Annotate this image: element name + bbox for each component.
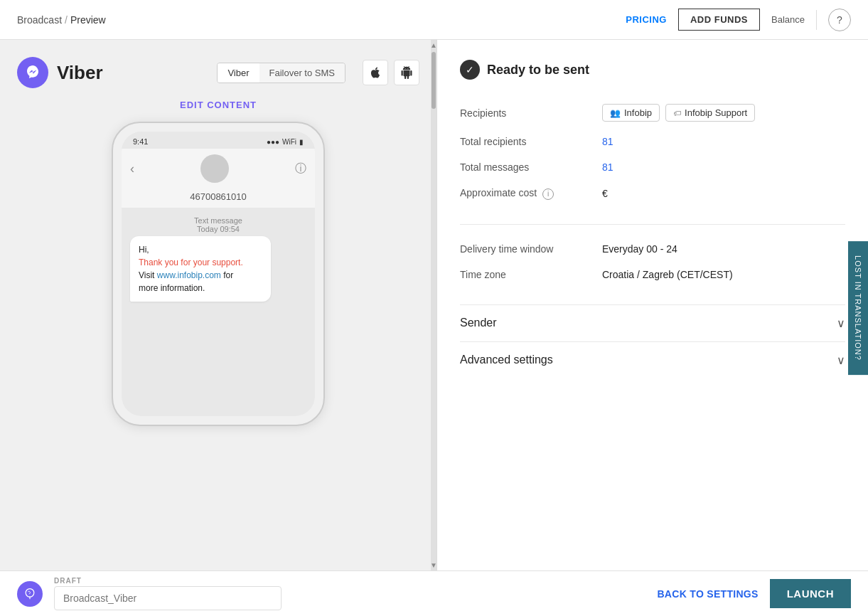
advanced-settings-chevron-icon: ∨: [837, 354, 845, 367]
phone-contact-avatar: [200, 154, 229, 183]
balance-label: Balance: [771, 14, 805, 25]
phone-status-bar: 9:41 ●●● WiFi ▮: [122, 132, 315, 149]
viber-header: Viber Viber Failover to SMS: [17, 57, 419, 88]
scroll-thumb: [432, 52, 436, 109]
approx-cost-row: Approximate cost i €: [460, 180, 845, 207]
total-messages-value: 81: [602, 161, 614, 173]
breadcrumb-broadcast[interactable]: Broadcast: [17, 14, 62, 26]
timezone-label: Time zone: [460, 262, 602, 287]
signal-icon: ●●●: [267, 138, 279, 146]
label-icon: 🏷: [673, 109, 681, 117]
ready-badge: ✓ Ready to be sent: [460, 60, 845, 80]
total-messages-row: Total messages 81: [460, 154, 845, 180]
approx-cost-label: Approximate cost i: [460, 180, 602, 207]
phone-time: 9:41: [133, 137, 148, 146]
sender-chevron-icon: ∨: [837, 317, 845, 330]
advanced-settings-section[interactable]: Advanced settings ∨: [460, 341, 845, 378]
phone-status-icons: ●●● WiFi ▮: [267, 138, 304, 146]
phone-back-icon: ‹: [130, 161, 134, 176]
tag-infobip-label: Infobip: [624, 107, 652, 118]
platform-icons: [363, 60, 419, 85]
question-mark-icon: ?: [837, 14, 842, 26]
android-platform-icon[interactable]: [394, 60, 419, 85]
left-scroll-area: Viber Viber Failover to SMS: [0, 40, 436, 570]
wifi-icon: WiFi: [282, 138, 296, 146]
scroll-bar[interactable]: ▲ ▼: [431, 40, 436, 570]
tag-infobip-support[interactable]: 🏷 Infobip Support: [665, 104, 755, 122]
apple-icon: [369, 66, 382, 79]
tab-viber[interactable]: Viber: [218, 63, 259, 83]
edit-content-link[interactable]: EDIT CONTENT: [180, 100, 257, 110]
viber-logo-icon: [24, 64, 41, 81]
viber-icon-small: [23, 587, 37, 601]
phone-mockup: 9:41 ●●● WiFi ▮ ‹ ⓘ 46700861010: [112, 122, 325, 426]
advanced-settings-title: Advanced settings: [460, 354, 553, 366]
top-navigation: Broadcast / Preview PRICING ADD FUNDS Ba…: [0, 0, 868, 40]
timezone-row: Time zone Croatia / Zagreb (CET/CEST): [460, 262, 845, 287]
breadcrumb-preview: Preview: [70, 14, 106, 26]
draft-label: DRAFT: [54, 577, 282, 585]
phone-info-icon: ⓘ: [295, 161, 306, 176]
battery-icon: ▮: [299, 138, 304, 146]
ready-text: Ready to be sent: [487, 63, 589, 78]
recipients-label: Recipients: [460, 97, 602, 129]
divider-1: [460, 224, 845, 225]
phone-nav-bar: ‹ ⓘ: [122, 149, 315, 188]
delivery-window-label: Delivery time window: [460, 236, 602, 262]
main-layout: Viber Viber Failover to SMS: [0, 40, 868, 570]
viber-tab-switcher[interactable]: Viber Failover to SMS: [217, 63, 345, 83]
total-recipients-label: Total recipients: [460, 129, 602, 154]
scroll-up-arrow[interactable]: ▲: [430, 41, 437, 49]
lost-in-translation-panel[interactable]: LOST IN TRANSLATION?: [848, 241, 868, 375]
approx-cost-value: €: [602, 188, 608, 199]
phone-chat-area: Text message Today 09:54 Hi, Thank you f…: [122, 208, 315, 350]
people-icon: 👥: [610, 108, 621, 118]
message-bubble: Hi, Thank you for your support. Visit ww…: [130, 236, 271, 302]
help-icon-button[interactable]: ?: [828, 9, 851, 31]
nav-divider: [816, 10, 817, 30]
total-messages-label: Total messages: [460, 154, 602, 180]
android-icon: [400, 66, 413, 79]
ios-platform-icon[interactable]: [363, 60, 388, 85]
recipients-value: 👥 Infobip 🏷 Infobip Support: [602, 97, 845, 129]
recipient-tags: 👥 Infobip 🏷 Infobip Support: [602, 104, 845, 122]
message-line-4: more information.: [139, 282, 262, 294]
left-panel: Viber Viber Failover to SMS: [0, 40, 437, 570]
ready-check-icon: ✓: [460, 60, 480, 80]
message-line-2: Thank you for your support.: [139, 256, 262, 269]
delivery-window-value: Everyday 00 - 24: [602, 236, 845, 262]
schedule-table: Delivery time window Everyday 00 - 24 Ti…: [460, 236, 845, 287]
delivery-window-row: Delivery time window Everyday 00 - 24: [460, 236, 845, 262]
timezone-value: Croatia / Zagreb (CET/CEST): [602, 262, 845, 287]
draft-section: DRAFT: [54, 577, 282, 610]
add-funds-button[interactable]: ADD FUNDS: [678, 9, 760, 31]
info-table: Recipients 👥 Infobip 🏷 Infobip Support: [460, 97, 845, 207]
launch-button[interactable]: LAUNCH: [770, 579, 851, 608]
lost-translation-text: LOST IN TRANSLATION?: [854, 255, 862, 361]
tab-failover-sms[interactable]: Failover to SMS: [259, 63, 345, 83]
draft-viber-icon: [17, 581, 43, 607]
breadcrumb: Broadcast / Preview: [17, 14, 614, 26]
phone-number: 46700861010: [122, 188, 315, 208]
sender-section[interactable]: Sender ∨: [460, 304, 845, 341]
message-line-3: Visit www.infobip.com for: [139, 269, 262, 282]
pricing-link[interactable]: PRICING: [626, 14, 667, 25]
back-to-settings-button[interactable]: BACK TO SETTINGS: [657, 588, 758, 600]
bottom-actions: BACK TO SETTINGS LAUNCH: [657, 579, 851, 608]
message-label: Text message Today 09:54: [130, 216, 306, 233]
breadcrumb-separator: /: [65, 14, 68, 26]
message-line-1: Hi,: [139, 243, 262, 256]
recipients-row: Recipients 👥 Infobip 🏷 Infobip Support: [460, 97, 845, 129]
right-panel: ✓ Ready to be sent Recipients 👥 Infobip: [437, 40, 868, 570]
total-recipients-value: 81: [602, 136, 614, 147]
total-recipients-row: Total recipients 81: [460, 129, 845, 154]
nav-right-actions: PRICING ADD FUNDS Balance ?: [626, 9, 851, 31]
tag-infobip-support-label: Infobip Support: [685, 107, 747, 118]
viber-logo: [17, 57, 48, 88]
approx-cost-info-icon[interactable]: i: [542, 188, 554, 200]
scroll-down-arrow[interactable]: ▼: [430, 561, 437, 569]
bottom-bar: DRAFT BACK TO SETTINGS LAUNCH: [0, 570, 868, 616]
draft-name-input[interactable]: [54, 586, 282, 610]
phone-screen: 9:41 ●●● WiFi ▮ ‹ ⓘ 46700861010: [122, 132, 315, 416]
tag-infobip[interactable]: 👥 Infobip: [602, 104, 660, 122]
